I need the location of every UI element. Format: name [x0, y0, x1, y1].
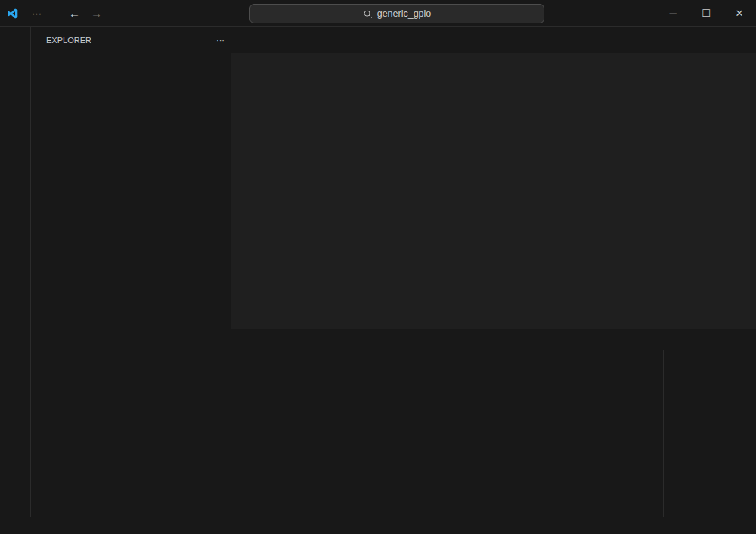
- editor-group: [231, 27, 756, 329]
- back-arrow-icon[interactable]: ←: [69, 7, 80, 20]
- status-bar: [0, 517, 756, 534]
- search-input[interactable]: generic_gpio: [249, 4, 544, 23]
- search-value: generic_gpio: [377, 8, 432, 19]
- title-bar: ··· ← → generic_gpio ─ ☐ ✕: [0, 0, 756, 27]
- minimize-button[interactable]: ─: [656, 0, 689, 26]
- explorer-sidebar: EXPLORER ···: [31, 27, 231, 517]
- terminal-list: [663, 350, 756, 517]
- toggle-sidebar-icon[interactable]: [552, 0, 575, 26]
- bottom-panel: [231, 329, 756, 517]
- vscode-logo-icon: [0, 8, 26, 20]
- explorer-title: EXPLORER: [46, 35, 91, 45]
- toggle-panel-icon[interactable]: [575, 0, 597, 26]
- editor-tabs: [231, 27, 756, 53]
- maximize-button[interactable]: ☐: [689, 0, 723, 26]
- breadcrumb: [231, 53, 756, 69]
- vscode-window: ··· ← → generic_gpio ─ ☐ ✕ EXPLORER: [0, 0, 756, 534]
- terminal-output[interactable]: [231, 350, 664, 517]
- code-editor[interactable]: [231, 69, 756, 329]
- menu-more[interactable]: ···: [26, 5, 48, 21]
- panel-tabs: [231, 329, 756, 350]
- toggle-secondary-sidebar-icon[interactable]: [597, 0, 620, 26]
- search-icon: [363, 9, 373, 19]
- activity-bar: [0, 27, 31, 517]
- close-button[interactable]: ✕: [723, 0, 756, 26]
- forward-arrow-icon[interactable]: →: [91, 7, 102, 20]
- explorer-more-icon[interactable]: ···: [216, 35, 225, 45]
- customize-layout-icon[interactable]: [620, 0, 643, 26]
